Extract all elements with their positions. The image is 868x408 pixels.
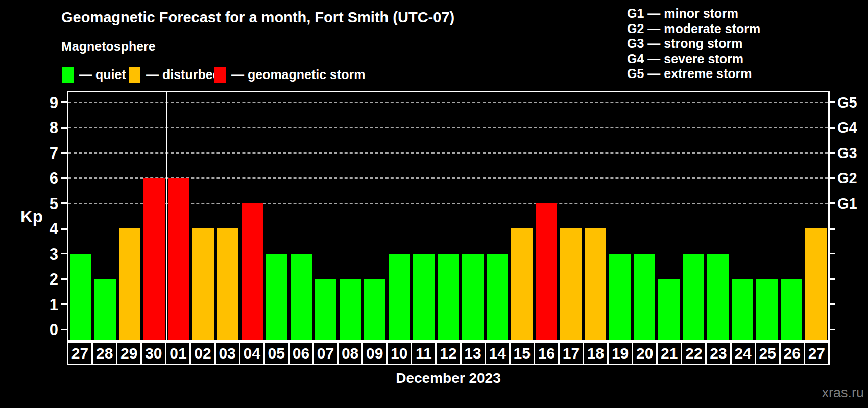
y-tick-label: 1 (30, 296, 58, 312)
y-axis-tick-right (830, 303, 835, 305)
y-tick-label: 3 (30, 246, 58, 262)
bar-slot (363, 92, 387, 340)
y-axis-label: Kp (20, 207, 43, 226)
day-label: 09 (361, 341, 388, 365)
bar-slot (730, 92, 755, 340)
bar-slot (534, 92, 559, 340)
day-label: 24 (730, 341, 756, 365)
bar-slot (387, 92, 412, 340)
day-label: 06 (288, 341, 314, 365)
right-axis-label-G4: G4 (837, 120, 857, 135)
kp-bar-day-07 (315, 279, 336, 340)
day-label: 23 (705, 341, 731, 365)
chart-title: Geomagnetic Forecast for a month, Fort S… (61, 9, 454, 26)
day-label: 16 (534, 341, 560, 365)
bar-slot (436, 92, 461, 340)
y-tick-label: 8 (30, 120, 58, 136)
kp-bar-day-22 (683, 254, 704, 340)
day-label: 04 (239, 341, 265, 365)
bar-slot (755, 92, 779, 340)
kp-bar-day-24 (732, 279, 753, 340)
y-tick-label: 6 (30, 170, 58, 186)
storm-scale-legend: G1 — minor stormG2 — moderate stormG3 — … (627, 6, 760, 82)
kp-bar-day-23 (707, 254, 728, 340)
bar-slot (804, 92, 828, 340)
kp-bar-day-09 (364, 279, 385, 340)
bar-slot (117, 92, 142, 340)
kp-bar-day-04 (242, 203, 262, 340)
y-axis-tick-right (830, 228, 835, 230)
y-axis-tick-right (830, 329, 835, 330)
plot-area (67, 91, 830, 341)
storm-color-swatch (214, 67, 226, 83)
bar-slot (461, 92, 485, 340)
x-axis-title: December 2023 (67, 370, 830, 387)
day-label: 03 (214, 341, 240, 365)
geomagnetic-forecast-chart: Geomagnetic Forecast for a month, Fort S… (0, 0, 868, 408)
day-label: 22 (681, 341, 707, 365)
day-label: 11 (411, 341, 437, 365)
bar-slot (412, 92, 436, 340)
y-axis-tick-right (830, 101, 835, 103)
watermark: xras.ru (822, 385, 864, 401)
bar-slot (583, 92, 608, 340)
legend-item-storm: — geomagnetic storm (214, 67, 366, 83)
y-axis-tick-left (61, 253, 67, 254)
y-axis-tick-right (830, 177, 835, 179)
day-label: 17 (558, 341, 584, 365)
storm-scale-line-g1: G1 — minor storm (627, 6, 760, 21)
bar-slot (215, 92, 240, 340)
bar-slot (681, 92, 706, 340)
y-axis-tick-left (61, 278, 67, 280)
right-axis-label-G1: G1 (837, 196, 857, 211)
day-label: 05 (263, 341, 290, 365)
chart-subtitle: Magnetosphere (61, 39, 156, 54)
kp-bar-day-14 (487, 254, 508, 340)
kp-bar-day-03 (217, 228, 238, 340)
bar-slot (657, 92, 681, 340)
bar-slot (142, 92, 166, 340)
right-axis-label-G3: G3 (837, 145, 857, 160)
y-axis-tick-left (61, 202, 67, 204)
kp-bar-day-28 (94, 279, 115, 340)
kp-bar-day-05 (266, 254, 287, 340)
y-tick-label: 2 (30, 271, 58, 287)
day-label: 27 (67, 341, 93, 365)
kp-bar-day-27 (805, 228, 826, 340)
bar-slot (191, 92, 215, 340)
day-label: 21 (656, 341, 682, 365)
day-label: 08 (337, 341, 363, 365)
y-axis-tick-right (830, 152, 835, 154)
y-axis-tick-left (61, 127, 67, 129)
day-label: 29 (116, 341, 142, 365)
kp-bar-day-18 (585, 228, 606, 340)
day-label: 19 (607, 341, 633, 365)
day-label: 07 (312, 341, 339, 365)
bar-slot (240, 92, 264, 340)
y-axis-tick-right (830, 278, 835, 280)
kp-bar-day-26 (781, 279, 802, 340)
y-tick-label: 7 (30, 145, 58, 161)
y-axis-tick-left (61, 152, 67, 154)
storm-scale-line-g3: G3 — strong storm (627, 36, 760, 52)
y-axis-tick-left (61, 329, 67, 330)
day-label: 30 (140, 341, 166, 365)
bars-container (68, 92, 828, 340)
kp-bar-day-06 (291, 254, 311, 340)
legend-label: — quiet (79, 67, 126, 82)
kp-bar-day-08 (340, 279, 360, 340)
kp-bar-day-17 (560, 228, 581, 340)
kp-bar-day-10 (389, 254, 409, 340)
bar-slot (608, 92, 632, 340)
y-axis-tick-left (61, 177, 67, 179)
y-axis-tick-left (61, 101, 67, 103)
kp-bar-day-02 (192, 228, 213, 340)
kp-bar-day-19 (609, 254, 630, 340)
bar-slot (314, 92, 338, 340)
legend-item-disturbed: — disturbed (129, 67, 221, 83)
legend-label: — disturbed (146, 67, 221, 82)
month-boundary-line (166, 92, 167, 340)
bar-slot (632, 92, 657, 340)
bar-slot (264, 92, 289, 340)
y-axis-tick-left (61, 228, 67, 230)
